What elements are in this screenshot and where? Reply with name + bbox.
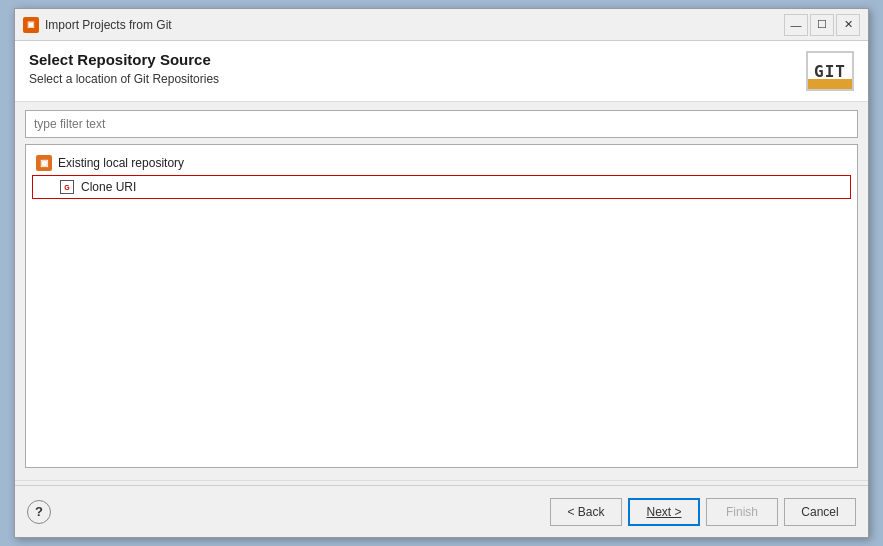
help-button[interactable]: ?: [27, 500, 51, 524]
footer-buttons: < Back Next > Finish Cancel: [550, 498, 856, 526]
back-button[interactable]: < Back: [550, 498, 622, 526]
dialog-header: Select Repository Source Select a locati…: [15, 41, 868, 102]
list-item-clone-uri[interactable]: G Clone URI: [32, 175, 851, 199]
next-button[interactable]: Next >: [628, 498, 700, 526]
list-item-label: Clone URI: [81, 180, 136, 194]
window-icon: ▣: [23, 17, 39, 33]
list-group-existing-local: ▣ Existing local repository G Clone URI: [26, 149, 857, 201]
list-group-header[interactable]: ▣ Existing local repository: [32, 151, 851, 175]
page-title: Select Repository Source: [29, 51, 219, 68]
maximize-button[interactable]: ☐: [810, 14, 834, 36]
git-logo: GIT: [806, 51, 854, 91]
dialog-content: ▣ Existing local repository G Clone URI: [15, 102, 868, 476]
footer-left: ?: [27, 500, 51, 524]
window-title: Import Projects from Git: [45, 18, 172, 32]
finish-button[interactable]: Finish: [706, 498, 778, 526]
git-logo-text: GIT: [814, 62, 846, 81]
minimize-button[interactable]: —: [784, 14, 808, 36]
repository-list: ▣ Existing local repository G Clone URI: [25, 144, 858, 468]
clone-uri-icon: G: [59, 179, 75, 195]
page-subtitle: Select a location of Git Repositories: [29, 72, 219, 86]
close-button[interactable]: ✕: [836, 14, 860, 36]
title-bar-controls: — ☐ ✕: [784, 14, 860, 36]
group-label: Existing local repository: [58, 156, 184, 170]
cancel-button[interactable]: Cancel: [784, 498, 856, 526]
filter-input[interactable]: [25, 110, 858, 138]
git-logo-decoration: [808, 79, 852, 89]
title-bar: ▣ Import Projects from Git — ☐ ✕: [15, 9, 868, 41]
header-text-block: Select Repository Source Select a locati…: [29, 51, 219, 86]
dialog-window: ▣ Import Projects from Git — ☐ ✕ Select …: [14, 8, 869, 538]
group-icon: ▣: [36, 155, 52, 171]
title-bar-left: ▣ Import Projects from Git: [23, 17, 172, 33]
footer-separator: [15, 480, 868, 481]
dialog-footer: ? < Back Next > Finish Cancel: [15, 485, 868, 537]
